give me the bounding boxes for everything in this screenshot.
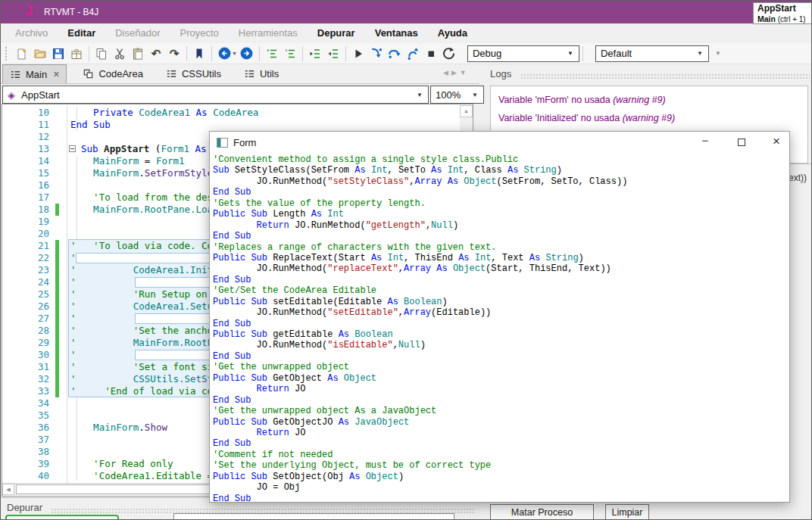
tab-codearea[interactable]: CodeArea	[76, 64, 150, 83]
code-text: MainForm.RootPane.Load	[70, 204, 219, 216]
restart-button[interactable]	[441, 45, 458, 62]
module-icon	[166, 68, 177, 79]
hotkey-jump-overlay[interactable]: AppStart Main (ctrl + 1)	[753, 2, 812, 24]
code-line[interactable]: 10 Private CodeArea1 As CodeArea	[2, 107, 460, 119]
form-code-line: End Sub	[213, 395, 788, 406]
tab-main[interactable]: Main×	[2, 64, 67, 83]
fold-collapse-icon[interactable]	[69, 145, 76, 152]
save-button[interactable]	[50, 45, 67, 62]
resume-button[interactable]	[5, 515, 119, 520]
redo-button[interactable]: ↷	[166, 45, 183, 62]
navigate-forward-button[interactable]	[239, 45, 255, 62]
line-number: 34	[2, 397, 49, 409]
change-bar	[55, 373, 59, 385]
module-icon	[244, 68, 255, 79]
form-code-line: Return JO	[213, 384, 788, 394]
line-number: 33	[2, 385, 49, 397]
toolbar-overflow-button[interactable]: ▼	[715, 50, 720, 57]
open-project-button[interactable]	[32, 45, 48, 62]
form-code-line: Public Sub Length As Int	[213, 209, 788, 220]
undo-button[interactable]: ↶	[148, 45, 164, 62]
form-code-line: End Sub	[213, 275, 788, 285]
form-code-line: End Sub	[213, 494, 788, 502]
menu-bar: ArchivoEditarDiseñadorProyectoHerramient…	[1, 23, 811, 43]
step-out-button[interactable]	[404, 45, 421, 62]
form-window-title: Form	[233, 137, 256, 148]
navigate-back-dropdown[interactable]: ▼	[232, 51, 237, 56]
menu-depurar[interactable]: Depurar	[308, 23, 365, 43]
form-code-line: End Sub	[213, 231, 788, 241]
indent-button[interactable]	[325, 45, 342, 62]
change-bar	[55, 325, 59, 337]
line-number: 39	[2, 458, 49, 470]
menu-ayuda[interactable]: Ayuda	[428, 23, 477, 43]
step-into-button[interactable]	[368, 45, 385, 62]
outdent-button[interactable]	[307, 45, 323, 62]
kill-process-button[interactable]: Matar Proceso	[490, 504, 594, 520]
zoom-dropdown[interactable]: 100% ▼	[430, 86, 484, 104]
form-code-line: JO.RunMethod("setEditable",Array(Editabl…	[213, 307, 788, 318]
step-over-button[interactable]	[386, 45, 403, 62]
form-window-titlebar[interactable]: Form − ×	[210, 132, 789, 153]
maximize-button[interactable]	[729, 132, 754, 153]
comment-button[interactable]	[264, 45, 280, 62]
run-button[interactable]	[350, 45, 367, 62]
tab-cssutils[interactable]: CSSUtils	[159, 64, 228, 83]
code-text: '	[70, 276, 77, 288]
b4j-ide-window: J RTVMT - B4J AppStart Main (ctrl + 1) A…	[0, 0, 812, 520]
change-bar	[55, 264, 59, 276]
tab-close-icon[interactable]: ×	[53, 70, 59, 79]
close-button[interactable]: ×	[764, 132, 789, 153]
clear-logs-button[interactable]: Limpiar	[605, 504, 649, 520]
build-package-button[interactable]	[68, 45, 85, 62]
navigate-back-button[interactable]	[216, 45, 233, 62]
uncomment-button[interactable]	[282, 45, 298, 62]
scroll-left-arrow[interactable]: ◀	[2, 484, 14, 495]
bookmark-button[interactable]	[191, 45, 208, 62]
build-configuration-dropdown[interactable]: Default ▼	[595, 45, 709, 62]
sub-selector-dropdown[interactable]: ◈ AppStart ▼	[2, 86, 429, 104]
change-bar	[55, 252, 59, 264]
menu-ventanas[interactable]: Ventanas	[365, 23, 428, 43]
form-code-line: 'Set the underlying Object, must be of c…	[213, 460, 788, 471]
form-code-line: 'Get the unwrapped object	[213, 362, 788, 372]
change-bar	[55, 349, 59, 361]
tab-utils[interactable]: Utils	[237, 64, 286, 83]
build-mode-value: Debug	[473, 48, 501, 59]
line-number: 29	[2, 337, 49, 349]
menu-editar[interactable]: Editar	[58, 23, 105, 43]
form-code-line: JO.RunMethod("setStyleClass",Array As Ob…	[213, 176, 788, 187]
code-text: Private CodeArea1 As CodeArea	[70, 107, 258, 119]
change-bar	[55, 288, 59, 300]
chevron-down-icon: ▼	[692, 50, 708, 57]
form-code-line: End Sub	[213, 351, 788, 362]
form-floating-window[interactable]: Form − × 'Convenient method to assign a …	[209, 131, 790, 503]
toolbar-grip[interactable]	[5, 47, 10, 61]
scroll-up-arrow[interactable]: ▲	[460, 105, 473, 117]
code-text: ' CodeArea1.Init	[70, 264, 213, 276]
line-number: 23	[2, 264, 49, 276]
paste-button[interactable]	[130, 45, 146, 62]
stop-button[interactable]	[423, 45, 439, 62]
chevron-down-icon: ▼	[411, 92, 428, 98]
code-text: 'For Read only	[70, 458, 173, 470]
form-code-line: Public Sub SetObject(Obj As Object)	[213, 472, 788, 482]
code-text: MainForm.SetFormStyle(	[70, 167, 219, 179]
toolbar-separator	[302, 46, 303, 61]
code-line[interactable]: 11End Sub	[2, 119, 460, 131]
minimize-button[interactable]: −	[693, 132, 717, 153]
title-bar[interactable]: J RTVMT - B4J	[1, 1, 811, 23]
tab-label: Utils	[260, 68, 279, 79]
line-number: 24	[2, 276, 49, 288]
code-text: MainForm.Show	[70, 422, 167, 434]
toolbar-separator	[582, 46, 583, 61]
code-text: '	[70, 313, 77, 325]
code-text: '	[70, 349, 77, 361]
build-mode-dropdown[interactable]: Debug ▼	[467, 45, 579, 62]
copy-button[interactable]	[93, 45, 110, 62]
new-module-button[interactable]	[14, 45, 30, 62]
line-number: 30	[2, 349, 49, 361]
cut-button[interactable]	[111, 45, 128, 62]
change-bar	[55, 313, 59, 325]
tab-scroll-controls[interactable]: ◀▶▼	[443, 69, 470, 76]
